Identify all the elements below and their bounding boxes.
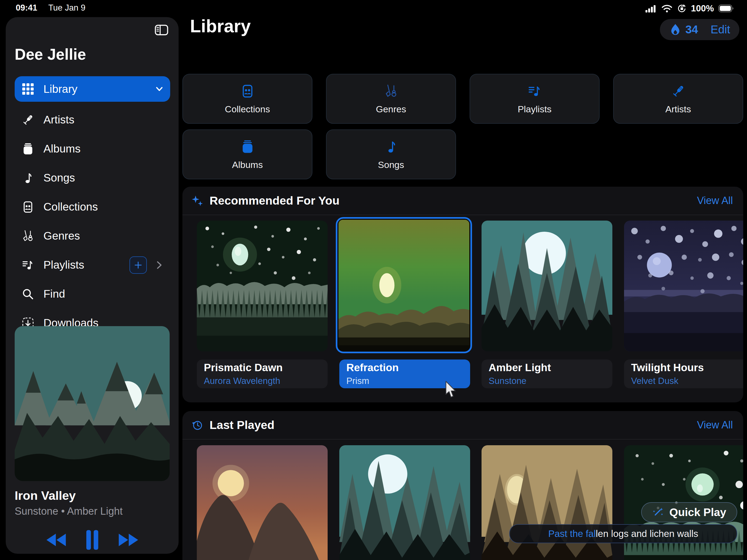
lyric-highlight: Past the fal xyxy=(548,528,596,539)
album-art-twilight-hours[interactable] xyxy=(624,220,743,351)
section-header: Last Played View All xyxy=(182,411,743,439)
sidebar-item-albums[interactable]: Albums xyxy=(15,134,170,163)
album-art-refraction[interactable] xyxy=(336,217,472,353)
guitars-icon xyxy=(19,229,37,243)
albums-stack-icon xyxy=(240,139,255,155)
tile-genres[interactable]: Genres xyxy=(326,74,456,124)
plus-icon xyxy=(133,260,143,270)
page-title: Library xyxy=(190,16,251,36)
artwork-iron-valley xyxy=(15,326,170,481)
microphone-icon xyxy=(19,113,37,127)
magic-wand-icon xyxy=(652,506,664,518)
fast-forward-icon xyxy=(118,534,138,546)
sidebar-item-label: Collections xyxy=(44,201,98,213)
chevron-down-icon xyxy=(154,84,164,94)
streak-badge[interactable]: 34 xyxy=(669,23,698,36)
album-art-amber-light[interactable] xyxy=(482,220,612,351)
collections-icon xyxy=(240,83,255,99)
library-grid-icon xyxy=(19,82,37,96)
wifi-icon xyxy=(661,4,673,12)
tile-playlists[interactable]: Playlists xyxy=(470,74,600,124)
album-title: Twilight Hours xyxy=(631,362,743,374)
tile-artists[interactable]: Artists xyxy=(613,74,743,124)
add-playlist-button[interactable] xyxy=(129,257,147,274)
battery-icon xyxy=(718,4,735,12)
sidebar-item-label: Genres xyxy=(44,230,80,242)
sidebar-item-songs[interactable]: Songs xyxy=(15,163,170,192)
album-info[interactable]: Twilight Hours Velvet Dusk xyxy=(624,359,743,388)
sidebar-item-label: Playlists xyxy=(44,259,84,271)
rewind-icon xyxy=(46,534,67,546)
pause-icon xyxy=(84,529,101,551)
chevron-right-icon[interactable] xyxy=(154,260,164,270)
now-playing-title: Iron Valley xyxy=(15,489,170,503)
view-all-link[interactable]: View All xyxy=(697,419,733,431)
album-title: Refraction xyxy=(346,362,463,374)
sidebar: Dee Jellie Library Artists Albums Songs xyxy=(6,17,179,554)
streak-count: 34 xyxy=(686,23,698,36)
sidebar-item-label: Find xyxy=(44,288,65,300)
quick-play-button[interactable]: Quick Play xyxy=(641,502,737,522)
album-info[interactable]: Amber Light Sunstone xyxy=(482,359,612,388)
sidebar-item-artists[interactable]: Artists xyxy=(15,105,170,134)
tile-albums[interactable]: Albums xyxy=(182,129,312,179)
section-header: Recommended For You View All xyxy=(182,187,743,215)
last-played-art-2[interactable] xyxy=(339,445,470,560)
now-playing-artwork[interactable] xyxy=(15,326,170,481)
sidebar-item-collections[interactable]: Collections xyxy=(15,192,170,221)
section-title: Recommended For You xyxy=(210,194,340,207)
sidebar-item-playlists[interactable]: Playlists xyxy=(15,250,170,279)
page-background: 09:41 Tue Jan 9 100% Dee Jellie Library … xyxy=(0,0,747,560)
tile-label: Albums xyxy=(232,160,263,170)
clock-history-icon xyxy=(191,419,203,431)
sidebar-item-label: Artists xyxy=(44,113,74,126)
sidebar-item-genres[interactable]: Genres xyxy=(15,221,170,250)
sidebar-item-label: Albums xyxy=(44,142,81,155)
header-actions: 34 Edit xyxy=(660,19,739,40)
album-artist: Sunstone xyxy=(489,376,605,386)
sidebar-item-library[interactable]: Library xyxy=(15,76,170,102)
now-playing-card: Iron Valley Sunstone • Amber Light xyxy=(15,326,170,552)
rotation-lock-icon xyxy=(677,3,687,13)
album-artist: Aurora Wavelength xyxy=(204,376,320,386)
previous-track-button[interactable] xyxy=(46,534,67,547)
profile-name: Dee Jellie xyxy=(15,45,86,63)
flame-icon xyxy=(669,23,681,36)
view-all-link[interactable]: View All xyxy=(697,195,733,207)
tile-songs[interactable]: Songs xyxy=(326,129,456,179)
album-title: Prismatic Dawn xyxy=(204,362,320,374)
status-icons: 100% xyxy=(645,3,735,14)
playback-controls xyxy=(15,529,170,552)
tile-label: Playlists xyxy=(518,104,551,114)
album-art-prismatic-dawn[interactable] xyxy=(197,220,328,351)
albums-stack-icon xyxy=(19,142,37,156)
now-playing-subtitle: Sunstone • Amber Light xyxy=(15,505,170,517)
pause-button[interactable] xyxy=(84,529,101,552)
next-track-button[interactable] xyxy=(118,534,138,547)
recommended-section: Recommended For You View All xyxy=(182,187,743,402)
tile-collections[interactable]: Collections xyxy=(182,74,312,124)
sidebar-item-label: Library xyxy=(44,83,77,96)
tile-label: Artists xyxy=(665,104,691,114)
album-artist: Velvet Dusk xyxy=(631,376,743,386)
album-title: Amber Light xyxy=(489,362,605,374)
last-played-art-1[interactable] xyxy=(197,445,328,560)
collections-icon xyxy=(19,200,37,214)
sidebar-item-find[interactable]: Find xyxy=(15,279,170,309)
tile-label: Collections xyxy=(225,104,270,114)
playlist-icon xyxy=(19,258,37,272)
status-time: 09:41 xyxy=(16,3,37,13)
search-icon xyxy=(19,287,37,301)
music-note-icon xyxy=(384,139,398,155)
quick-play-label: Quick Play xyxy=(669,506,726,519)
sidebar-toggle-button[interactable] xyxy=(153,23,171,38)
edit-button[interactable]: Edit xyxy=(711,23,730,36)
category-tiles: Collections Genres Playlists Artists Alb… xyxy=(182,74,743,179)
playlist-icon xyxy=(527,83,542,99)
status-date: Tue Jan 9 xyxy=(48,3,85,13)
mouse-cursor xyxy=(444,381,458,399)
sidebar-toggle-icon xyxy=(153,23,170,37)
microphone-icon xyxy=(671,83,686,99)
lyric-toast[interactable]: Past the fallen logs and lichen walls xyxy=(509,524,737,543)
album-info[interactable]: Prismatic Dawn Aurora Wavelength xyxy=(197,359,328,388)
